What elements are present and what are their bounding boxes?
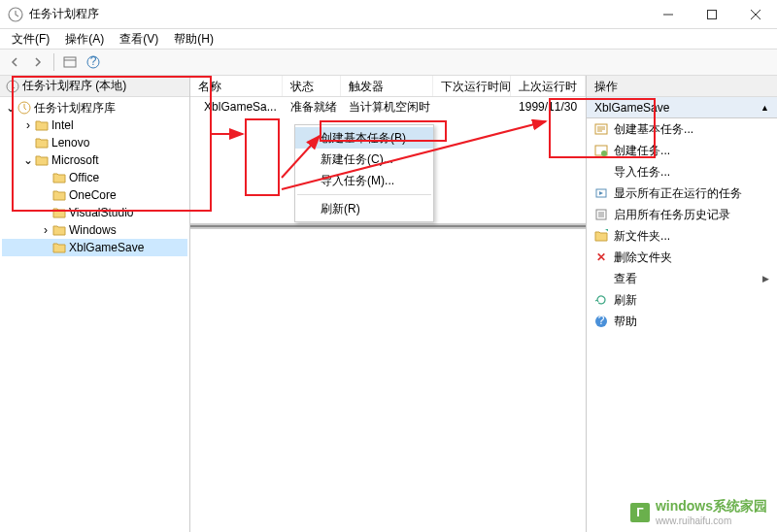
tree-label: VisualStudio [69, 206, 134, 219]
tree-root-label: 任务计划程序 (本地) [22, 78, 126, 94]
spacer [21, 136, 35, 150]
maximize-button[interactable] [690, 0, 733, 28]
collapse-icon[interactable]: › [39, 223, 52, 237]
menu-file[interactable]: 文件(F) [6, 29, 55, 50]
tree-item-lenovo[interactable]: Lenovo [2, 134, 187, 151]
tree-item-intel[interactable]: › Intel [2, 116, 187, 134]
action-refresh[interactable]: 刷新 [587, 289, 777, 311]
help-button[interactable]: ? [83, 51, 104, 73]
col-last[interactable]: 上次运行时 [511, 76, 586, 96]
minimize-button[interactable] [646, 0, 690, 28]
folder-icon [52, 241, 66, 254]
action-label: 导入任务... [614, 164, 670, 181]
tree-item-visualstudio[interactable]: VisualStudio [2, 204, 187, 221]
watermark-brand: windows系统家园 [656, 498, 767, 515]
folder-icon [35, 136, 49, 150]
ctx-label: 刷新(R) [321, 201, 360, 217]
cell-trigger: 当计算机空闲时 [341, 99, 433, 116]
clock-icon [8, 7, 23, 22]
ctx-label: 创建基本任务(B)... [321, 130, 416, 147]
close-button[interactable] [733, 0, 777, 28]
action-label: 启用所有任务历史记录 [614, 207, 730, 223]
show-pane-button[interactable] [59, 51, 81, 73]
action-label: 创建基本任务... [614, 121, 693, 138]
action-create-task[interactable]: 创建任务... [587, 140, 777, 161]
col-next[interactable]: 下次运行时间 [433, 76, 511, 96]
folder-icon [52, 206, 66, 219]
action-new-folder[interactable]: ✦ 新文件夹... [587, 225, 777, 247]
clock-icon [17, 101, 31, 115]
svg-text:?: ? [598, 315, 605, 327]
folder-icon [35, 153, 49, 167]
action-enable-history[interactable]: 启用所有任务历史记录 [587, 204, 777, 225]
menu-help[interactable]: 帮助(H) [168, 29, 220, 50]
help-icon: ? [594, 315, 608, 328]
tree-panel: 任务计划程序 (本地) ⌄ 任务计划程序库 › Intel Lenovo ⌄ M [0, 76, 190, 532]
ctx-create-basic-task[interactable]: 创建基本任务(B)... [295, 127, 433, 149]
history-icon [594, 208, 608, 221]
tree-item-library[interactable]: ⌄ 任务计划程序库 [2, 99, 187, 116]
actions-context-label: XblGameSave [594, 101, 669, 115]
action-label: 新文件夹... [614, 228, 670, 245]
action-label: 显示所有正在运行的任务 [614, 185, 742, 202]
svg-rect-1 [707, 10, 716, 18]
collapse-icon[interactable]: ▲ [760, 103, 769, 113]
action-delete-folder[interactable]: ✕ 删除文件夹 [587, 247, 777, 268]
cell-name: XblGameSa... [204, 100, 277, 114]
expand-icon[interactable]: ⌄ [21, 153, 35, 167]
action-label: 帮助 [614, 314, 637, 330]
actions-panel: 操作 XblGameSave ▲ 创建基本任务... 创建任务... 导入任务.… [587, 76, 777, 532]
forward-button[interactable] [27, 51, 49, 73]
list-header: 名称 状态 触发器 下次运行时间 上次运行时 [190, 76, 586, 97]
col-status[interactable]: 状态 [283, 76, 341, 96]
tree-label: Windows [69, 223, 117, 237]
svg-text:?: ? [90, 55, 97, 68]
task-row[interactable]: XblGameSa... 准备就绪 当计算机空闲时 1999/11/30 [190, 97, 586, 116]
action-show-running[interactable]: 显示所有正在运行的任务 [587, 183, 777, 204]
watermark-url: www.ruihaifu.com [656, 515, 767, 526]
running-icon [594, 186, 608, 200]
toolbar-separator [53, 53, 54, 71]
tree-item-office[interactable]: Office [2, 169, 187, 186]
menu-action[interactable]: 操作(A) [59, 29, 110, 50]
ctx-new-task[interactable]: 新建任务(C)... [295, 149, 433, 170]
watermark-logo: Г [630, 503, 650, 522]
action-help[interactable]: ? 帮助 [587, 311, 777, 332]
svg-point-10 [601, 150, 607, 156]
workspace: 任务计划程序 (本地) ⌄ 任务计划程序库 › Intel Lenovo ⌄ M [0, 76, 777, 532]
tree-item-xblgamesave[interactable]: XblGameSave [2, 239, 187, 256]
action-import-task[interactable]: 导入任务... [587, 161, 777, 183]
tree-header: 任务计划程序 (本地) [0, 76, 189, 97]
detail-panel [190, 229, 586, 532]
ctx-refresh[interactable]: 刷新(R) [295, 198, 433, 219]
expand-icon[interactable]: ⌄ [4, 101, 17, 115]
tree-body: ⌄ 任务计划程序库 › Intel Lenovo ⌄ Microsoft [0, 97, 189, 258]
tree-label: XblGameSave [69, 241, 144, 254]
spacer [39, 171, 52, 184]
clock-icon [6, 80, 19, 93]
svg-rect-2 [64, 57, 76, 67]
task-icon [594, 144, 608, 157]
tree-item-windows[interactable]: › Windows [2, 221, 187, 239]
col-trigger[interactable]: 触发器 [341, 76, 433, 96]
menu-view[interactable]: 查看(V) [114, 29, 164, 50]
panel-splitter[interactable] [190, 223, 586, 229]
tree-item-onecore[interactable]: OneCore [2, 186, 187, 204]
tree-item-microsoft[interactable]: ⌄ Microsoft [2, 151, 187, 169]
ctx-import-task[interactable]: 导入任务(M)... [295, 170, 433, 191]
spacer [39, 241, 52, 254]
tree-label: 任务计划程序库 [34, 100, 116, 116]
folder-icon [52, 223, 66, 237]
back-button[interactable] [4, 51, 25, 73]
col-name[interactable]: 名称 [190, 76, 283, 96]
action-create-basic-task[interactable]: 创建基本任务... [587, 118, 777, 140]
action-view[interactable]: 查看 [587, 268, 777, 289]
context-menu: 创建基本任务(B)... 新建任务(C)... 导入任务(M)... 刷新(R) [294, 124, 434, 222]
tree-label: OneCore [69, 188, 117, 202]
spacer [594, 165, 608, 179]
actions-context: XblGameSave ▲ [587, 97, 777, 118]
collapse-icon[interactable]: › [21, 118, 35, 132]
window-title: 任务计划程序 [29, 6, 646, 22]
spacer [39, 188, 52, 202]
action-label: 查看 [614, 271, 637, 287]
